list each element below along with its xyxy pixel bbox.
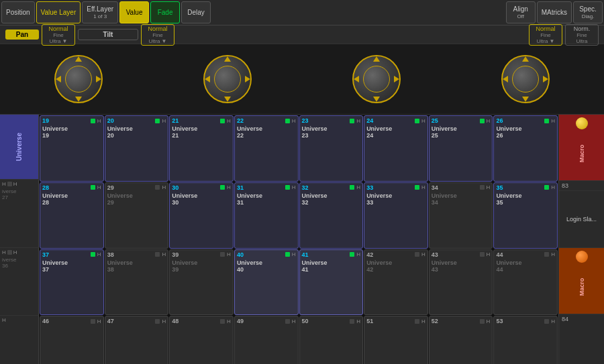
- eff-layer-btn[interactable]: Eff.Layer 1 of 3: [82, 1, 118, 23]
- indicator-34: [480, 185, 485, 190]
- cell-40[interactable]: 40 H Universe40: [234, 249, 299, 316]
- left-column: Universe H H iverse 27 H H iverse 36 H: [0, 115, 39, 364]
- value-layer-btn[interactable]: Value Layer: [36, 1, 81, 23]
- indicator-26: [544, 119, 549, 123]
- cell-53[interactable]: 53 H: [493, 316, 558, 364]
- align-off-btn[interactable]: Align Off: [506, 1, 536, 23]
- right-macro-top[interactable]: Macro: [559, 115, 604, 180]
- cell-42[interactable]: 42 H Universe42: [364, 249, 428, 316]
- fade-btn[interactable]: Fade: [150, 1, 180, 23]
- cell-49[interactable]: 49 H: [234, 316, 299, 364]
- knobs-section: [0, 44, 604, 115]
- cell-29[interactable]: 29 H Universe29: [105, 182, 169, 249]
- cell-51[interactable]: 51 H: [364, 316, 428, 364]
- cell-43[interactable]: 43 H Universe43: [429, 249, 493, 316]
- cell-47[interactable]: 47 H: [105, 316, 169, 364]
- indicator-47: [155, 319, 160, 324]
- indicator-31: [285, 185, 290, 190]
- cell-48[interactable]: 48 H: [169, 316, 234, 364]
- tilt-knob[interactable]: [203, 55, 252, 103]
- indicator-28: [91, 185, 95, 190]
- indicator-23: [350, 119, 354, 123]
- indicator-32: [350, 185, 354, 190]
- cell-24[interactable]: 24 H Universe24: [364, 115, 428, 182]
- indicator-37: [91, 252, 95, 257]
- cell-38[interactable]: 38 H Universe38: [105, 249, 169, 316]
- main-grid: 19 H Universe19 20 H Universe20 21: [39, 115, 558, 364]
- pan-mode[interactable]: Normal Fine Ultra ▼: [42, 24, 75, 46]
- cell-41[interactable]: 41 H Universe41: [299, 249, 364, 316]
- pan-knob-group: [5, 55, 152, 103]
- indicator-46: [91, 319, 95, 324]
- cell-39[interactable]: 39 H Universe39: [169, 249, 234, 316]
- cell-37[interactable]: 37 H Universe37: [40, 249, 104, 316]
- indicator-35: [544, 185, 549, 190]
- indicator-44: [544, 252, 549, 257]
- knob4-group: [452, 55, 599, 103]
- grid-section: Universe H H iverse 27 H H iverse 36 H: [0, 115, 604, 364]
- spec-diag-btn[interactable]: Spec. Diag.: [573, 1, 603, 23]
- indicator-51: [415, 319, 419, 324]
- yellow-dot-top: [576, 117, 588, 129]
- pan-label[interactable]: Pan: [5, 29, 39, 40]
- orange-dot: [576, 251, 588, 263]
- cell-19[interactable]: 19 H Universe19: [40, 115, 104, 182]
- knob3-mode[interactable]: Normal Fine Ultra ▼: [529, 24, 562, 46]
- cell-35[interactable]: 35 H Universe35: [493, 182, 558, 249]
- indicator-53: [544, 319, 549, 324]
- delay-btn[interactable]: Delay: [181, 1, 211, 23]
- left-cell-36: H H iverse 36: [0, 248, 39, 316]
- indicator-48: [220, 319, 225, 324]
- indicator-42: [415, 252, 419, 257]
- cell-25[interactable]: 25 H Universe25: [429, 115, 493, 182]
- knob4-mode[interactable]: Norm. Fine Ultra: [565, 24, 599, 46]
- toolbar: Position Value Layer Eff.Layer 1 of 3 Va…: [0, 0, 604, 25]
- right-num-84: 84: [562, 316, 568, 322]
- tilt-knob-group: [154, 55, 301, 103]
- pan-knob[interactable]: [54, 55, 103, 103]
- indicator-30: [220, 185, 225, 190]
- indicator-43: [480, 252, 485, 257]
- cell-33[interactable]: 33 H Universe33: [364, 182, 428, 249]
- value-btn[interactable]: Value: [119, 1, 149, 23]
- tilt-mode[interactable]: Normal Fine Ultra ▼: [141, 24, 174, 46]
- knob3-group: [303, 55, 450, 103]
- knob4[interactable]: [501, 55, 550, 103]
- indicator-41: [350, 252, 354, 257]
- indicator-33: [415, 185, 419, 190]
- left-macro-top: Universe: [0, 115, 39, 180]
- cell-23[interactable]: 23 H Universe23: [299, 115, 364, 182]
- cell-22[interactable]: 22 H Universe22: [234, 115, 299, 182]
- left-cell-27: H H iverse 27: [0, 180, 39, 247]
- cell-50[interactable]: 50 H: [299, 316, 364, 364]
- right-column: Macro 83 Login Sla... Macro 84: [558, 115, 604, 364]
- cell-26[interactable]: 26 H Universe26: [493, 115, 558, 182]
- cell-34[interactable]: 34 H Universe34: [429, 182, 493, 249]
- right-num-83: 83: [562, 182, 568, 189]
- login-sla-btn[interactable]: Login Sla...: [559, 191, 604, 247]
- cell-30[interactable]: 30 H Universe30: [169, 182, 234, 249]
- position-btn[interactable]: Position: [1, 1, 35, 23]
- tilt-label[interactable]: Tilt: [78, 29, 138, 40]
- cell-20[interactable]: 20 H Universe20: [105, 115, 169, 182]
- cell-46[interactable]: 46 H: [40, 316, 104, 364]
- matricks-btn[interactable]: MAtricks: [537, 1, 572, 23]
- knob3[interactable]: [352, 55, 401, 103]
- right-num-84-cell: 84: [559, 314, 604, 364]
- indicator-22: [285, 119, 290, 123]
- indicator-29: [155, 185, 160, 190]
- cell-28[interactable]: 28 H Universe28: [40, 182, 104, 249]
- indicator-49: [285, 319, 290, 324]
- indicator-24: [415, 119, 419, 123]
- indicator-19: [91, 119, 95, 123]
- cell-44[interactable]: 44 H Universe44: [493, 249, 558, 316]
- indicator-39: [220, 252, 225, 257]
- indicator-21: [220, 119, 225, 123]
- indicator-38: [155, 252, 160, 257]
- cell-52[interactable]: 52 H: [429, 316, 493, 364]
- cell-21[interactable]: 21 H Universe21: [169, 115, 234, 182]
- indicator-20: [155, 119, 160, 123]
- cell-32[interactable]: 32 H Universe32: [299, 182, 364, 249]
- right-macro-middle[interactable]: Macro: [559, 248, 604, 314]
- cell-31[interactable]: 31 H Universe31: [234, 182, 299, 249]
